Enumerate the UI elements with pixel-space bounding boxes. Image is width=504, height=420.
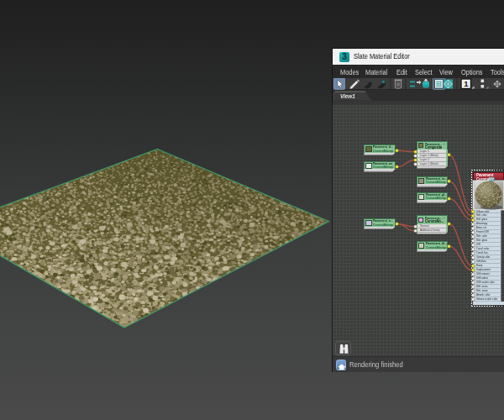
svg-text:1: 1 (464, 79, 469, 88)
